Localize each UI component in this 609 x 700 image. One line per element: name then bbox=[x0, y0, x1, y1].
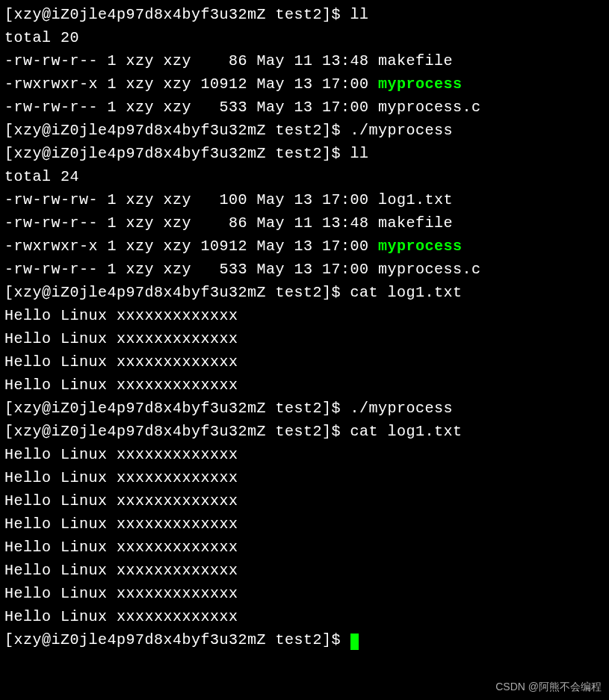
terminal-line: Hello Linux xxxxxxxxxxxxx bbox=[4, 605, 605, 628]
terminal-line: Hello Linux xxxxxxxxxxxxx bbox=[4, 489, 605, 512]
terminal-line: total 20 bbox=[4, 26, 605, 49]
terminal-line: [xzy@iZ0jle4p97d8x4byf3u32mZ test2]$ ll bbox=[4, 3, 605, 26]
terminal-line: Hello Linux xxxxxxxxxxxxx bbox=[4, 350, 605, 374]
terminal-line: Hello Linux xxxxxxxxxxxxx bbox=[4, 304, 605, 327]
terminal-line: [xzy@iZ0jle4p97d8x4byf3u32mZ test2]$ ./m… bbox=[4, 397, 605, 420]
terminal-line: Hello Linux xxxxxxxxxxxxx bbox=[4, 466, 605, 489]
terminal-line: Hello Linux xxxxxxxxxxxxx bbox=[4, 559, 605, 582]
terminal-line: [xzy@iZ0jle4p97d8x4byf3u32mZ test2]$ bbox=[4, 628, 605, 651]
terminal-line: total 24 bbox=[4, 165, 605, 188]
terminal-line: -rwxrwxr-x 1 xzy xzy 10912 May 13 17:00 … bbox=[4, 235, 605, 258]
watermark: CSDN @阿熊不会编程 bbox=[495, 679, 602, 696]
terminal-line: -rw-rw-r-- 1 xzy xzy 533 May 13 17:00 my… bbox=[4, 258, 605, 281]
terminal-output[interactable]: [xzy@iZ0jle4p97d8x4byf3u32mZ test2]$ llt… bbox=[0, 0, 609, 654]
terminal-line: -rw-rw-r-- 1 xzy xzy 86 May 11 13:48 mak… bbox=[4, 211, 605, 235]
terminal-line: [xzy@iZ0jle4p97d8x4byf3u32mZ test2]$ ll bbox=[4, 142, 605, 165]
terminal-line: -rw-rw-rw- 1 xzy xzy 100 May 13 17:00 lo… bbox=[4, 188, 605, 211]
terminal-line: Hello Linux xxxxxxxxxxxxx bbox=[4, 374, 605, 397]
terminal-line: [xzy@iZ0jle4p97d8x4byf3u32mZ test2]$ ./m… bbox=[4, 119, 605, 142]
terminal-line: [xzy@iZ0jle4p97d8x4byf3u32mZ test2]$ cat… bbox=[4, 281, 605, 304]
terminal-line: -rw-rw-r-- 1 xzy xzy 86 May 11 13:48 mak… bbox=[4, 49, 605, 72]
terminal-line: -rw-rw-r-- 1 xzy xzy 533 May 13 17:00 my… bbox=[4, 96, 605, 119]
cursor-icon bbox=[350, 634, 359, 650]
terminal-line: -rwxrwxr-x 1 xzy xzy 10912 May 13 17:00 … bbox=[4, 72, 605, 96]
terminal-line: Hello Linux xxxxxxxxxxxxx bbox=[4, 582, 605, 605]
terminal-line: Hello Linux xxxxxxxxxxxxx bbox=[4, 443, 605, 466]
terminal-line: [xzy@iZ0jle4p97d8x4byf3u32mZ test2]$ cat… bbox=[4, 420, 605, 443]
terminal-line: Hello Linux xxxxxxxxxxxxx bbox=[4, 536, 605, 559]
terminal-line: Hello Linux xxxxxxxxxxxxx bbox=[4, 327, 605, 350]
terminal-line: Hello Linux xxxxxxxxxxxxx bbox=[4, 512, 605, 536]
